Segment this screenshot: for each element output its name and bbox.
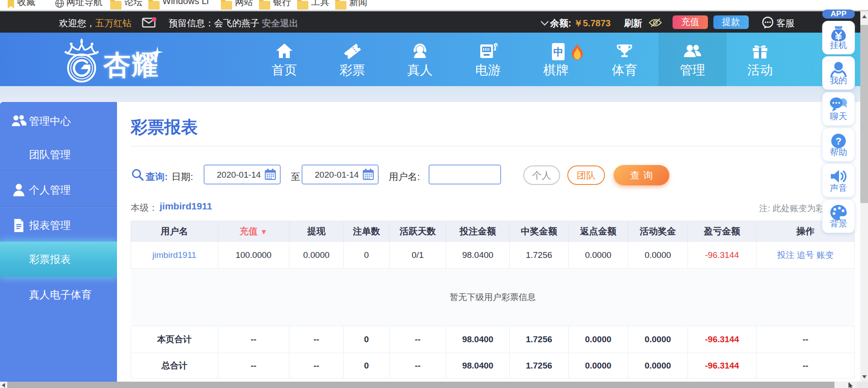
- svg-text:?: ?: [835, 136, 841, 147]
- svg-text:中: 中: [553, 46, 563, 58]
